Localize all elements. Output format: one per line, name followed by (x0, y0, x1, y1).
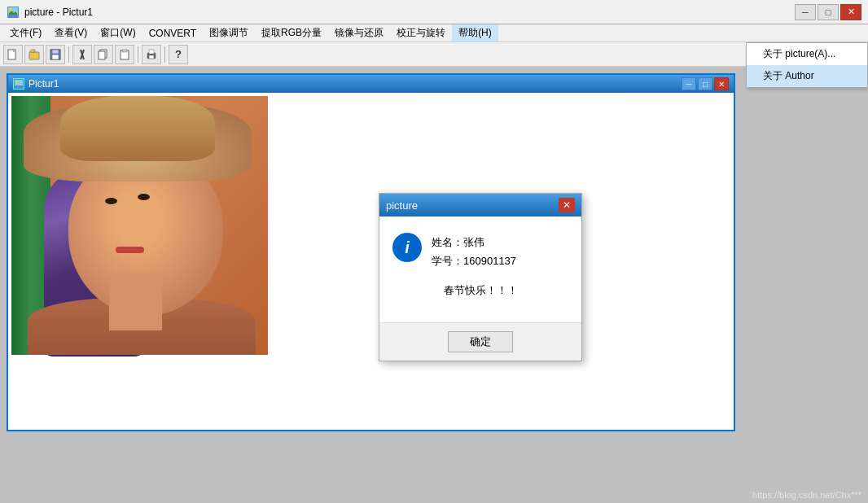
toolbar-sep1 (68, 46, 69, 63)
mdi-icon (13, 78, 24, 90)
save-button[interactable] (46, 45, 65, 64)
svg-rect-18 (149, 50, 154, 54)
paste-button[interactable] (115, 45, 134, 64)
menu-window[interactable]: 窗口(W) (94, 24, 142, 42)
title-bar: picture - Pictur1 ─ □ ✕ (0, 0, 868, 24)
new-button[interactable] (3, 45, 23, 64)
app-window: picture - Pictur1 ─ □ ✕ 文件(F) 查看(V) 窗口(W… (0, 0, 868, 503)
title-bar-controls: ─ □ ✕ (795, 4, 861, 20)
svg-rect-6 (29, 52, 39, 59)
dialog-close-button[interactable]: ✕ (559, 198, 575, 212)
menu-help[interactable]: 帮助(H) (452, 24, 498, 42)
dialog-body: i 姓名：张伟 学号：160901137 春节快乐！！！ (379, 217, 581, 322)
maximize-button[interactable]: □ (818, 4, 839, 20)
svg-marker-7 (29, 50, 35, 52)
mdi-title-bar: Pictur1 ─ □ ✕ (8, 75, 734, 93)
svg-rect-16 (122, 50, 127, 52)
mdi-close-btn[interactable]: ✕ (714, 77, 729, 90)
watermark: https://blog.csdn.net/Chx*** (752, 490, 861, 500)
toolbar-sep2 (138, 46, 138, 63)
svg-rect-14 (99, 51, 105, 59)
close-button[interactable]: ✕ (840, 4, 861, 20)
help-dropdown: 关于 picture(A)... 关于 Author (746, 42, 868, 88)
mdi-minimize-btn[interactable]: ─ (682, 77, 696, 90)
open-button[interactable] (24, 45, 44, 64)
app-icon (7, 6, 20, 19)
about-picture-menu-item[interactable]: 关于 picture(A)... (747, 43, 867, 65)
svg-rect-19 (149, 55, 154, 59)
dialog-student-id: 学号：160901137 (432, 252, 516, 270)
minimize-button[interactable]: ─ (795, 4, 816, 20)
copy-button[interactable] (94, 45, 113, 64)
menu-mirror[interactable]: 镜像与还原 (328, 24, 390, 42)
svg-point-22 (16, 81, 19, 84)
svg-rect-9 (52, 50, 59, 54)
about-author-menu-item[interactable]: 关于 Author (747, 65, 867, 87)
dialog-name: 姓名：张伟 (432, 233, 516, 252)
mdi-maximize-btn[interactable]: □ (698, 77, 712, 90)
dialog-ok-button[interactable]: 确定 (448, 331, 513, 352)
dialog-title-text: picture (386, 199, 559, 212)
cut-button[interactable] (72, 45, 92, 64)
lena-image (11, 96, 268, 355)
dialog-greeting: 春节快乐！！！ (392, 283, 568, 298)
menu-rgb[interactable]: 提取RGB分量 (255, 24, 328, 42)
dialog-title-bar: picture ✕ (379, 194, 581, 217)
menu-rotate[interactable]: 校正与旋转 (390, 24, 452, 42)
dialog-footer: 确定 (379, 322, 581, 361)
toolbar: ? (0, 42, 868, 67)
menu-view[interactable]: 查看(V) (48, 24, 94, 42)
mdi-window: Pictur1 ─ □ ✕ (7, 73, 735, 431)
mdi-controls: ─ □ ✕ (682, 77, 729, 90)
content-area: Pictur1 ─ □ ✕ (0, 67, 868, 503)
menu-convert[interactable]: CONVERT (142, 26, 203, 41)
menu-bar: 文件(F) 查看(V) 窗口(W) CONVERT 图像调节 提取RGB分量 镜… (0, 24, 868, 42)
menu-image-adjust[interactable]: 图像调节 (203, 24, 255, 42)
print-button[interactable] (142, 45, 161, 64)
mdi-content (8, 93, 734, 430)
help-button[interactable]: ? (169, 45, 188, 64)
dialog-info-row: i 姓名：张伟 学号：160901137 (392, 233, 568, 271)
mdi-title-text: Pictur1 (28, 78, 682, 90)
toolbar-sep3 (164, 46, 165, 63)
svg-rect-10 (52, 55, 59, 59)
dialog-info-text: 姓名：张伟 学号：160901137 (432, 233, 516, 271)
menu-file[interactable]: 文件(F) (3, 24, 48, 42)
svg-rect-21 (15, 80, 23, 85)
info-icon: i (392, 233, 422, 262)
title-bar-text: picture - Pictur1 (24, 7, 795, 18)
dialog: picture ✕ i 姓名：张伟 学号：160901137 春节快乐！！！ 确… (379, 193, 582, 361)
